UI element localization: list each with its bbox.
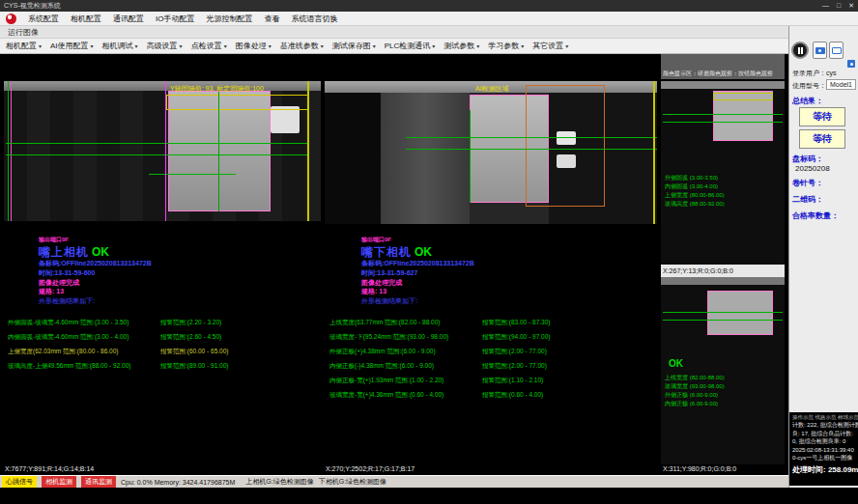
time-text: 时间:13-31-59-600 — [39, 268, 95, 278]
measure-row: 外侧圆弧-玻璃宽-4.60mm 范围:(3.00 - 3.50) 报警范围:(2… — [8, 319, 327, 330]
alarm-range-text: 报警范围:(60.00 - 65.00) — [160, 348, 228, 356]
spec-text: 规格: 13 — [39, 287, 64, 296]
login-row: 登录用户：cys — [792, 69, 837, 78]
menu-language-switch[interactable]: 系统语言切换 — [291, 14, 337, 24]
stats-line: 2025:02:08-13:31:39:40 — [792, 446, 856, 455]
toolbar-label: 相机配置 — [6, 41, 37, 51]
result-ok-badge: OK — [669, 358, 683, 369]
needle-number-label: 卷针号： — [792, 178, 823, 188]
chevron-down-icon: ▾ — [321, 42, 324, 49]
camera-image-lower[interactable]: AI检测区域 — [325, 81, 657, 224]
toolbar-test-save-image[interactable]: 测试保存图▾ — [332, 41, 376, 51]
result-ok-badge: OK — [415, 245, 432, 259]
thumbnail-upper[interactable]: 外侧圆弧 (3.00-3.50) 内侧圆弧 (3.00-4.00) 上侧宽度 (… — [661, 81, 785, 265]
time-text: 时间:13-31-59-627 — [361, 268, 417, 278]
chevron-down-icon: ▾ — [269, 42, 272, 49]
measurement-text: 玻璃宽度-下(95.24mm 范围:(93.00 - 98.00) — [329, 333, 448, 342]
toolbar-plc-comm[interactable]: PLC检测通讯▾ — [385, 41, 436, 51]
measure-line — [6, 143, 309, 144]
camera-capture-button[interactable] — [813, 42, 827, 59]
spec-text: 规格: 13 — [361, 287, 386, 296]
measure-row: 外侧正极(+)4.38mm 范围:(6.00 - 9.00) 报警范围:(2.0… — [329, 348, 648, 359]
minimize-button[interactable]: — — [822, 2, 829, 10]
title-bar: CYS-视觉检测系统 — □ ✕ — [0, 0, 858, 12]
close-button[interactable]: ✕ — [848, 2, 854, 10]
roi-box-yellow — [713, 93, 773, 100]
toolbar-label: 测试保存图 — [332, 41, 371, 51]
toolbar-camera-config[interactable]: 相机配置▾ — [6, 41, 42, 51]
pause-icon — [798, 47, 800, 54]
tray-code-label: 盘标码： — [792, 154, 823, 164]
menu-view[interactable]: 查看 — [264, 14, 279, 24]
menu-camera-config[interactable]: 相机配置 — [71, 14, 101, 24]
result-box-upper: 等待 — [799, 107, 845, 126]
toolbar-image-processing[interactable]: 图像处理▾ — [236, 41, 272, 51]
stats-info-panel: 操作示范 线路示范 棉球示范 计数: 222, 批综合检测计数: 良: 17, … — [789, 412, 858, 486]
toolbar-baseline-params[interactable]: 基准线参数▾ — [280, 41, 324, 51]
toolbar-ai-config[interactable]: AI使用配置▾ — [50, 41, 94, 51]
login-user-value: cys — [826, 70, 837, 76]
measure-row: 内侧正极(-)4.38mm 范围:(6.00 - 9.00) 报警范围:(2.0… — [329, 362, 648, 374]
heartbeat-status-badge: 心跳信号 — [2, 476, 37, 488]
status-bar: 心跳信号 相机监测 通讯监测 Cpu: 0.0% Memory: 3424.41… — [0, 475, 788, 488]
alarm-range-text: 报警范围:(94.00 - 97.00) — [482, 333, 550, 342]
stats-header: 操作示范 线路示范 棉球示范 — [792, 414, 856, 421]
camera-name: 嘴上相机 — [39, 245, 89, 259]
process-time-readout: 处理时间: 258.09ms — [792, 464, 856, 475]
toolbar-learning-params[interactable]: 学习参数▾ — [488, 41, 524, 51]
login-user-label: 登录用户： — [792, 70, 826, 76]
app: CYS-视觉检测系统 — □ ✕ 系统配置 相机配置 通讯配置 IO手动配置 光… — [0, 0, 858, 504]
roi-line-vertical — [165, 81, 166, 221]
pause-button[interactable] — [791, 42, 809, 59]
stats-line: 0-cys一号上相机一图像 — [792, 454, 856, 462]
maximize-button[interactable]: □ — [837, 2, 841, 10]
reflection-glint — [557, 154, 576, 168]
menu-comm-config[interactable]: 通讯配置 — [113, 14, 144, 24]
measure-line-vertical — [218, 91, 219, 211]
measure-row: 内侧正极-宽(+)1.93mm 范围:(1.00 - 2.20) 报警范围:(1… — [329, 377, 648, 388]
roi-box-yellow — [166, 95, 309, 110]
menu-io-manual-config[interactable]: IO手动配置 — [156, 14, 194, 24]
toolbar-label: 测试参数 — [443, 41, 474, 51]
chevron-down-icon: ▾ — [180, 42, 183, 49]
thumb-line: 外侧圆弧 (3.00-3.50) — [665, 174, 725, 182]
toolbar-label: 相机调试 — [102, 41, 133, 51]
toolbar-other-settings[interactable]: 其它设置▾ — [532, 41, 568, 51]
ai-region-annotation: AI检测区域 — [475, 84, 509, 94]
toolbar-camera-debug[interactable]: 相机调试▾ — [102, 41, 138, 51]
measure-row: 玻璃高度-上侧49.56mm 范围:(88.00 - 92.00) 报警范围:(… — [8, 362, 327, 374]
toolbar-spot-check[interactable]: 点检设置▾ — [191, 41, 227, 51]
stats-line: 计数: 222, 批综合检测计数: — [792, 421, 856, 430]
chevron-down-icon: ▾ — [39, 42, 42, 49]
monitor-button[interactable] — [829, 42, 844, 59]
coords-strip: X:7677;Y:891;R:14;G:14;B:14 X:270;Y:2502… — [0, 464, 788, 475]
menu-system-config[interactable]: 系统配置 — [28, 14, 59, 24]
camera-icon-small[interactable] — [847, 60, 855, 68]
model-value-box[interactable]: Model1 — [826, 79, 856, 90]
chevron-down-icon: ▾ — [565, 42, 568, 49]
camera-monitor-badge: 相机监测 — [42, 476, 76, 488]
connector-part — [271, 106, 300, 133]
toolbar-label: 基准线参数 — [280, 41, 319, 51]
toolbar-advanced-settings[interactable]: 高级设置▾ — [147, 41, 183, 51]
measurement-text: 内侧正极(-)4.38mm 范围:(6.00 - 9.00) — [329, 362, 434, 371]
alarm-range-text: 报警范围:(2.00 - 77.00) — [482, 348, 547, 356]
window-controls: — □ ✕ — [822, 2, 854, 10]
interval-annotation: Y轴间隔值: 93, 标定间隔值:100 — [170, 84, 264, 94]
menu-bar: 系统配置 相机配置 通讯配置 IO手动配置 光源控制配置 查看 系统语言切换 — [0, 12, 858, 26]
stats-line: 0, 批综合检测良率: 0 — [792, 437, 856, 446]
measure-row: 上线宽度(63.77mm 范围:(82.00 - 88.00) 报警范围:(83… — [329, 319, 648, 330]
thumbnail-lower[interactable]: OK 上线宽度 (82.00-88.00) 玻璃宽度 (93.00-98.00)… — [661, 277, 785, 464]
note-text: 外形检测结果如下: — [39, 296, 95, 306]
measure-row: 玻璃宽度-宽(+)4.36mm 范围:(0.60 - 4.00) 报警范围:(0… — [329, 391, 648, 403]
color-hint-block: 颜色提示区：研磨颜色观察：按钮颜色观察 — [661, 54, 785, 79]
pixel-coords-readout: X:270;Y:2502;R:17;G:17;B:17 — [326, 465, 415, 472]
camera-image-upper[interactable]: Y轴间隔值: 93, 标定间隔值:100 — [4, 81, 321, 221]
menu-light-control-config[interactable]: 光源控制配置 — [206, 14, 252, 24]
thumb-measure-text: 外侧圆弧 (3.00-3.50) 内侧圆弧 (3.00-4.00) 上侧宽度 (… — [665, 174, 725, 209]
tab-run-image[interactable]: 运行图像 — [8, 27, 39, 38]
toolbar-test-params[interactable]: 测试参数▾ — [443, 41, 479, 51]
pixel-coords-readout: X:311;Y:980;R:0;G:0;B:0 — [663, 465, 736, 472]
measurement-text: 玻璃高度-上侧49.56mm 范围:(88.00 - 92.00) — [8, 362, 131, 371]
chevron-down-icon: ▾ — [373, 42, 376, 49]
